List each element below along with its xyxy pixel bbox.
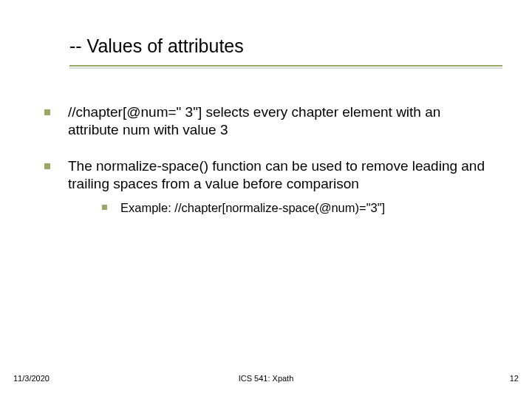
- square-bullet-icon: [102, 205, 107, 210]
- slide: -- Values of attributes //chapter[@num="…: [0, 0, 532, 399]
- underline-line: [69, 65, 502, 66]
- body-area: //chapter[@num=" 3"] selects every chapt…: [44, 103, 488, 216]
- page-number: 12: [510, 374, 519, 383]
- bullet-text: //chapter[@num=" 3"] selects every chapt…: [68, 103, 488, 140]
- bullet-item: The normalize-space() function can be us…: [44, 157, 488, 194]
- bullet-text: The normalize-space() function can be us…: [68, 157, 488, 194]
- square-bullet-icon: [44, 163, 50, 169]
- footer-center: ICS 541: Xpath: [0, 374, 532, 383]
- underline-shadow: [69, 67, 502, 69]
- footer: 11/3/2020 ICS 541: Xpath 12: [0, 368, 532, 383]
- sub-bullet-text: Example: //chapter[normalize-space(@num)…: [120, 200, 385, 216]
- title-underline: [0, 65, 532, 66]
- slide-title: -- Values of attributes: [69, 35, 244, 56]
- sub-bullet-item: Example: //chapter[normalize-space(@num)…: [102, 200, 488, 216]
- title-area: -- Values of attributes: [69, 35, 502, 57]
- square-bullet-icon: [44, 109, 50, 115]
- bullet-item: //chapter[@num=" 3"] selects every chapt…: [44, 103, 488, 140]
